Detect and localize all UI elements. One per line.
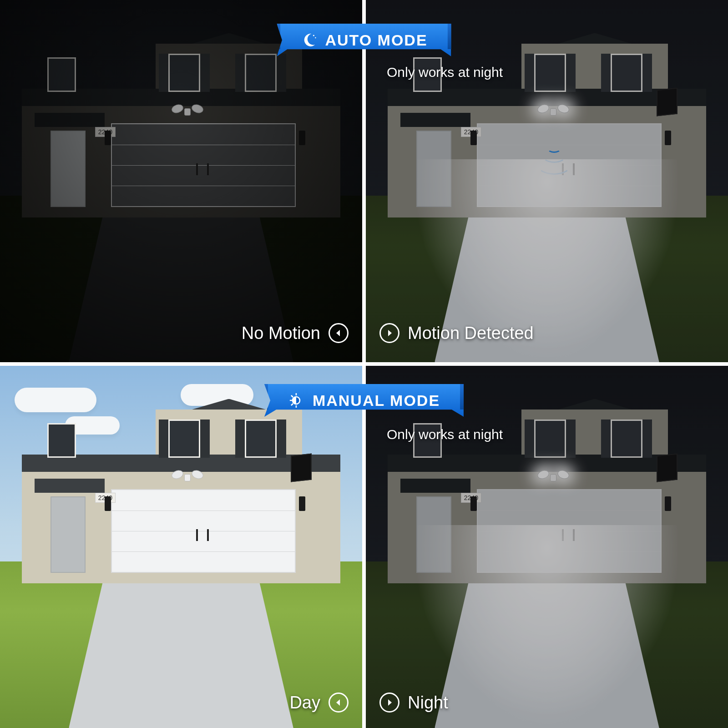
caption-motion-detected-label: Motion Detected [408, 324, 534, 343]
comparison-grid: 2240 2240 [0, 0, 728, 728]
svg-point-0 [313, 35, 314, 36]
half-sun-icon [288, 392, 304, 409]
porch-lantern-icon [299, 131, 305, 145]
caption-night-label: Night [408, 693, 448, 713]
svg-line-8 [291, 404, 293, 405]
arrow-left-icon [329, 323, 349, 343]
floodlight-on-icon [537, 101, 569, 116]
panel-manual-night: 2240 [366, 366, 728, 728]
porch-lantern-icon [105, 131, 111, 145]
moon-icon [300, 32, 317, 48]
caption-day-label: Day [289, 693, 320, 713]
caption-no-motion-label: No Motion [242, 324, 320, 343]
floodlight-on-icon [537, 467, 569, 482]
subtitle-auto: Only works at night [387, 65, 503, 80]
arrow-right-icon [379, 693, 399, 713]
floodlight-icon [172, 467, 203, 482]
floodlight-icon [172, 101, 203, 116]
caption-motion-detected: Motion Detected [379, 323, 534, 343]
banner-manual-label: MANUAL MODE [313, 392, 440, 410]
solar-panel-icon [657, 87, 677, 116]
panel-auto-no-motion: 2240 [0, 0, 362, 362]
panel-manual-day: 2240 [0, 366, 362, 728]
house: 2240 [22, 44, 341, 217]
caption-day: Day [289, 693, 349, 713]
banner-auto-label: AUTO MODE [325, 31, 427, 49]
svg-line-7 [291, 395, 293, 397]
solar-panel-icon [657, 453, 677, 482]
arrow-left-icon [329, 693, 349, 713]
subtitle-manual: Only works at night [387, 427, 503, 442]
caption-no-motion: No Motion [242, 323, 349, 343]
arrow-right-icon [379, 323, 399, 343]
svg-point-1 [315, 37, 316, 38]
caption-night: Night [379, 693, 448, 713]
solar-panel-icon [291, 453, 312, 482]
panel-auto-motion: 2240 [366, 0, 728, 362]
